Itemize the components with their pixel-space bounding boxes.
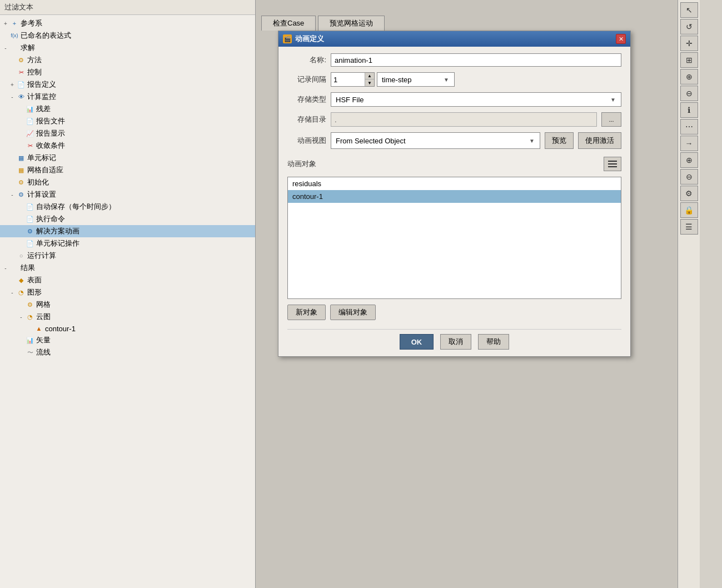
arrow-tool[interactable]: →: [680, 136, 698, 151]
tree-item-report-file[interactable]: 📄报告文件: [0, 115, 255, 127]
new-object-button[interactable]: 新对象: [287, 305, 326, 320]
storage-type-arrow-icon: ▼: [608, 97, 619, 103]
object-menu-button[interactable]: [604, 157, 621, 171]
tree-item-auto-save[interactable]: 📄自动保存（每个时间步）: [0, 201, 255, 213]
tree-item-residual[interactable]: 📊残差: [0, 103, 255, 115]
tree-item-cell-mark[interactable]: ▦单元标记: [0, 152, 255, 164]
tree-item-control[interactable]: ✂控制: [0, 66, 255, 78]
tree-expander-calc-settings[interactable]: -: [9, 191, 16, 198]
tree-label-streamline: 流线: [36, 347, 51, 357]
tree-item-named-expr[interactable]: f(x)已命名的表达式: [0, 29, 255, 42]
tab-check-case[interactable]: 检查Case: [261, 16, 316, 31]
tree-item-streamline[interactable]: 〜流线: [0, 346, 255, 358]
tree-label-auto-save: 自动保存（每个时间步）: [36, 202, 116, 212]
tree-expander-result[interactable]: -: [2, 265, 9, 271]
time-step-arrow-icon: ▼: [441, 77, 452, 83]
tree-item-report-def[interactable]: +📄报告定义: [0, 78, 255, 91]
record-interval-input[interactable]: [331, 73, 365, 86]
wave-icon: 〜: [26, 348, 34, 357]
rotate-tool[interactable]: ↺: [680, 19, 698, 34]
tree-label-cloud: 云图: [36, 312, 51, 322]
tree-label-method: 方法: [27, 55, 42, 65]
browse-button[interactable]: ...: [601, 112, 621, 127]
action-buttons: 新对象 编辑对象: [287, 305, 621, 320]
activate-button[interactable]: 使用激活: [578, 132, 621, 149]
tree-expander-report-display: [18, 130, 24, 137]
translate-tool[interactable]: ✛: [680, 36, 698, 51]
tree-expander-graphics[interactable]: -: [9, 289, 16, 296]
tree-item-method[interactable]: ⚙方法: [0, 54, 255, 66]
tree-item-report-display[interactable]: 📈报告显示: [0, 127, 255, 139]
tree-item-surface[interactable]: ◆表面: [0, 274, 255, 286]
gear-orange3-icon: ⚙: [26, 300, 34, 309]
animation-view-dropdown[interactable]: From Selected Object ▼: [331, 132, 540, 149]
tree-label-run-calc: 运行计算: [27, 251, 56, 261]
tree-item-init[interactable]: ⚙初始化: [0, 176, 255, 188]
circle-icon: ○: [17, 251, 26, 260]
ok-button[interactable]: OK: [400, 334, 434, 350]
tree-item-vector[interactable]: 📊矢量: [0, 334, 255, 346]
tree-expander-solve[interactable]: -: [2, 44, 9, 51]
tree-label-calc-settings: 计算设置: [27, 190, 56, 200]
edit-object-button[interactable]: 编辑对象: [330, 305, 376, 320]
cancel-button[interactable]: 取消: [440, 334, 471, 350]
object-item-residuals[interactable]: residuals: [288, 177, 621, 190]
spinbox-down-button[interactable]: ▼: [365, 79, 374, 86]
storage-dir-input[interactable]: [331, 112, 597, 127]
tree-label-exec-cmd: 执行命令: [36, 214, 65, 224]
tree-item-exec-cmd[interactable]: 📄执行命令: [0, 213, 255, 225]
tree-item-mesh[interactable]: ⚙网格: [0, 298, 255, 311]
time-step-dropdown[interactable]: time-step ▼: [377, 72, 455, 87]
tree-item-calc-settings[interactable]: -⚙计算设置: [0, 188, 255, 201]
zoom-fit-tool[interactable]: ⊞: [680, 52, 698, 68]
tree-item-result[interactable]: -结果: [0, 262, 255, 274]
settings-tool[interactable]: ⚙: [680, 186, 698, 201]
chart-bar-icon: 📊: [26, 336, 34, 345]
tab-preview-mesh[interactable]: 预览网格运动: [318, 16, 385, 31]
animation-dialog: 🎬 动画定义 ✕ 名称: 记录间隔 ▲ ▼: [278, 31, 631, 357]
control-panel[interactable]: ☰: [680, 219, 698, 235]
tree-expander-exec-cmd: [18, 216, 24, 222]
tree-expander-cankao[interactable]: +: [2, 20, 9, 27]
lock-tool[interactable]: 🔒: [680, 202, 698, 218]
storage-dir-label: 存储目录: [287, 114, 326, 124]
help-button[interactable]: 帮助: [478, 334, 509, 350]
tree-expander-solution-anim: [18, 228, 24, 235]
tree-label-result: 结果: [21, 263, 35, 273]
storage-type-dropdown[interactable]: HSF File ▼: [331, 92, 621, 107]
tree-expander-cloud[interactable]: -: [18, 313, 24, 320]
tree-label-cankao: 参考系: [21, 18, 42, 28]
object-item-contour-1[interactable]: contour-1: [288, 190, 621, 203]
right-toolbar: ↖↺✛⊞⊕⊖ℹ⋯→⊕⊖⚙🔒☰: [678, 0, 700, 588]
probe-tool[interactable]: ⋯: [680, 119, 698, 134]
tree-item-cell-mark-op[interactable]: 📄单元标记操作: [0, 237, 255, 250]
zoom-in-tool[interactable]: ⊕: [680, 69, 698, 84]
spinbox-up-button[interactable]: ▲: [365, 73, 374, 79]
tree-item-run-calc[interactable]: ○运行计算: [0, 250, 255, 262]
tree-expander-report-def[interactable]: +: [9, 81, 16, 88]
gear-blue-icon: ⚙: [17, 190, 26, 199]
zoom2-tool[interactable]: ⊖: [680, 169, 698, 185]
preview-button[interactable]: 预览: [545, 132, 574, 149]
dialog-icon: 🎬: [283, 34, 292, 43]
tree-item-solve[interactable]: -求解: [0, 42, 255, 54]
zoom-out-tool[interactable]: ⊖: [680, 86, 698, 101]
tree-item-calc-monitor[interactable]: -👁计算监控: [0, 91, 255, 103]
tree-item-convergence[interactable]: ✂收敛条件: [0, 139, 255, 152]
gear-orange-icon: ⚙: [17, 56, 26, 64]
info-tool[interactable]: ℹ: [680, 102, 698, 118]
name-input[interactable]: [331, 53, 621, 67]
tree-expander-calc-monitor[interactable]: -: [9, 93, 16, 100]
tree-item-cloud[interactable]: -◔云图: [0, 311, 255, 323]
tree-item-solution-anim[interactable]: ⚙解决方案动画: [0, 225, 255, 237]
dialog-close-button[interactable]: ✕: [616, 34, 626, 44]
search-tool[interactable]: ⊕: [680, 152, 698, 168]
tree-item-contour1[interactable]: ▲contour-1: [0, 323, 255, 334]
cursor-tool[interactable]: ↖: [680, 2, 698, 18]
tree-item-cankao[interactable]: ++参考系: [0, 17, 255, 29]
name-label: 名称:: [287, 55, 326, 65]
record-interval-row: 记录间隔 ▲ ▼ time-step ▼: [287, 72, 621, 87]
tree-item-mesh-adapt[interactable]: ▦网格自适应: [0, 164, 255, 176]
tree-item-graphics[interactable]: -◔图形: [0, 286, 255, 298]
tree-label-report-display: 报告显示: [36, 128, 65, 138]
